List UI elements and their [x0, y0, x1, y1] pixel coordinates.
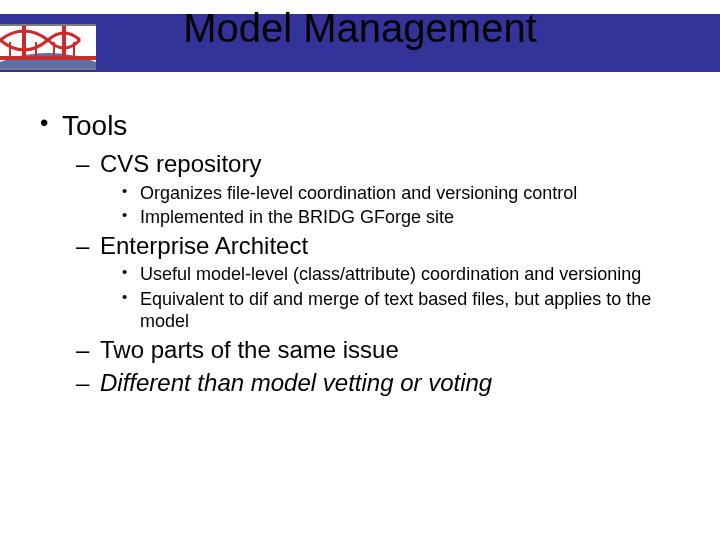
slide-title: Model Management — [0, 6, 720, 51]
bullet-text: Two parts of the same issue — [100, 336, 399, 363]
bullet-text: Useful model-level (class/attribute) coo… — [140, 264, 641, 284]
bullet-l2: CVS repository Organizes file-level coor… — [74, 149, 678, 229]
bullet-l3: Implemented in the BRIDG GForge site — [120, 206, 678, 229]
slide: Model Management Tools CVS repository Or… — [0, 0, 720, 540]
bullet-text: CVS repository — [100, 150, 261, 177]
bullet-text: Implemented in the BRIDG GForge site — [140, 207, 454, 227]
bullet-text: Different than model vetting or voting — [100, 369, 492, 396]
bullet-text: Equivalent to dif and merge of text base… — [140, 289, 651, 332]
bullet-l3: Useful model-level (class/attribute) coo… — [120, 263, 678, 286]
bullet-l2: Different than model vetting or voting — [74, 368, 678, 399]
bullet-l3: Organizes file-level coordination and ve… — [120, 182, 678, 205]
bullet-text: Organizes file-level coordination and ve… — [140, 183, 577, 203]
bullet-l2: Two parts of the same issue — [74, 335, 678, 366]
svg-rect-1 — [0, 56, 96, 60]
slide-body: Tools CVS repository Organizes file-leve… — [38, 108, 678, 402]
bullet-l2: Enterprise Architect Useful model-level … — [74, 231, 678, 333]
bullet-text: Tools — [62, 110, 127, 141]
bullet-l3: Equivalent to dif and merge of text base… — [120, 288, 678, 333]
bullet-l1: Tools CVS repository Organizes file-leve… — [38, 108, 678, 398]
bullet-text: Enterprise Architect — [100, 232, 308, 259]
